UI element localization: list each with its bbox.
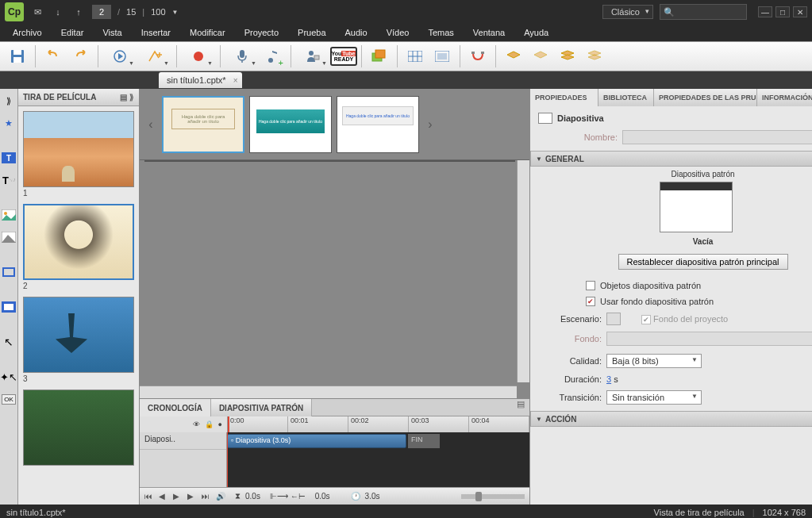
stage-scrollbar-h[interactable] [140,386,517,398]
tab-propiedades[interactable]: PROPIEDADES [530,89,598,106]
tl-audio-icon[interactable]: 🔊 [216,492,225,501]
svg-rect-17 [471,52,475,54]
upload-icon[interactable]: ↑ [71,6,86,17]
wand-tool-icon[interactable]: ✦↖ [0,368,17,386]
actor-button[interactable]: ▼ [296,44,329,68]
page-total: 15 [126,7,136,17]
calidad-dropdown[interactable]: Baja (8 bits) [606,354,702,368]
menu-vista[interactable]: Vista [94,25,129,40]
close-tab-icon[interactable]: × [233,76,238,85]
visibility-icon[interactable]: 👁 [193,420,200,428]
single-view-button[interactable] [429,44,455,68]
menu-archivo[interactable]: Archivo [5,25,50,40]
filmstrip-menu-icon[interactable]: ▤ ⟫ [120,93,134,102]
image2-tool-icon[interactable] [0,228,17,246]
publish-button[interactable]: ▼ [138,44,171,68]
name-input[interactable] [622,130,812,144]
escenario-swatch[interactable] [606,313,621,325]
zoom-value[interactable]: 100 [151,7,165,17]
tl-zoom-slider[interactable] [461,494,525,499]
template-next-icon[interactable]: › [424,117,437,132]
filmstrip-slide-3[interactable] [23,297,134,373]
filmstrip-slide-1[interactable] [23,111,134,187]
stage-canvas[interactable] [144,160,515,162]
undo-button[interactable] [40,44,66,68]
audio-note-button[interactable]: + [260,44,286,68]
expand-icon[interactable]: ⟫ [0,92,17,109]
document-tab[interactable]: sin título1.cptx*× [159,72,242,88]
minimize-button[interactable]: — [758,6,772,17]
chk-use-bg[interactable]: ✔ [586,297,595,306]
zoom-dropdown-icon[interactable]: ▼ [172,9,179,16]
layer-button-1[interactable] [501,44,526,68]
page-current-input[interactable] [92,5,111,19]
pointer-tool-icon[interactable]: ↖ [0,333,17,351]
menu-modificar[interactable]: Modificar [182,25,233,40]
workspace-dropdown[interactable]: Clásico [602,5,653,19]
layer-button-4[interactable] [582,44,607,68]
lock-icon[interactable]: 🔒 [205,420,214,428]
text-select-tool-icon[interactable]: T☜ [0,171,17,189]
download-icon[interactable]: ↓ [51,6,65,17]
search-input[interactable]: 🔍 [660,4,747,20]
template-thumb-2[interactable]: Haga doble clic para añadir un título [249,96,332,153]
template-thumb-1[interactable]: Haga doble clic para añadir un título [162,96,244,153]
tl-play-icon[interactable]: ▶ [173,492,183,501]
ok-button-tool-icon[interactable]: OK [0,390,17,408]
master-slide-thumb[interactable] [660,182,733,232]
template-prev-icon[interactable]: ‹ [144,117,157,132]
close-button[interactable]: ✕ [793,6,807,17]
layer-button-2[interactable] [528,44,553,68]
tab-diapositiva-patron[interactable]: DIAPOSITIVA PATRÓN [211,399,312,416]
redo-button[interactable] [67,44,93,68]
menu-ventana[interactable]: Ventana [465,25,513,40]
maximize-button[interactable]: □ [775,6,790,17]
mail-icon[interactable]: ✉ [30,6,44,17]
menu-ayuda[interactable]: Ayuda [516,25,556,40]
filmstrip-slide-2[interactable] [23,204,134,280]
menu-temas[interactable]: Temas [420,25,461,40]
slides-button[interactable] [367,44,392,68]
section-general[interactable]: GENERAL [530,151,812,167]
timeline-ruler[interactable]: 0:00 00:01 00:02 00:03 00:04 [227,416,529,432]
menu-audio[interactable]: Audio [337,25,375,40]
template-thumb-3[interactable]: Haga doble clic para añadir un título [337,96,419,153]
menu-video[interactable]: Vídeo [379,25,418,40]
reset-master-button[interactable]: Restablecer diapositiva patrón principal [618,254,788,270]
timeline-track-area[interactable]: ▫ Diapositiva (3.0s) FIN [227,432,529,487]
chk-objects[interactable] [586,281,595,290]
tl-next-icon[interactable]: ▶ [187,492,197,501]
filmstrip-slide-4[interactable] [23,389,134,466]
menu-insertar[interactable]: Insertar [133,25,179,40]
tab-prop-pruebas[interactable]: PROPIEDADES DE LAS PRUE [654,89,757,106]
timeline-track-label[interactable]: Diaposi.. [140,432,226,450]
star-tool-icon[interactable]: ★ [0,114,17,132]
menu-proyecto[interactable]: Proyecto [237,25,287,40]
menu-editar[interactable]: Editar [53,25,92,40]
tl-first-icon[interactable]: ⏮ [144,492,154,501]
tl-last-icon[interactable]: ⏭ [202,492,211,501]
menu-prueba[interactable]: Prueba [290,25,333,40]
text-tool-icon[interactable]: T [0,149,17,167]
tab-cronologia[interactable]: CRONOLOGÍA [140,399,211,416]
tab-info-proyecto[interactable]: INFORMACIÓN DEL PROYEC [757,89,812,106]
audio-mic-button[interactable]: ▼ [225,44,259,68]
section-accion[interactable]: ACCIÓN [530,411,812,427]
dot-icon[interactable]: ● [218,420,222,428]
stage-scrollbar-v[interactable] [517,160,529,382]
record-button[interactable]: ▼ [182,44,215,68]
image-tool-icon[interactable] [0,206,17,224]
tab-biblioteca[interactable]: BIBLIOTECA [598,89,654,106]
layer-button-3[interactable] [555,44,580,68]
tl-prev-icon[interactable]: ◀ [159,492,168,501]
transicion-dropdown[interactable]: Sin transición [606,390,702,405]
timeline-clip[interactable]: ▫ Diapositiva (3.0s) [227,434,406,448]
rect-tool-icon[interactable] [0,263,17,281]
grid-view-button[interactable] [402,44,428,68]
snap-button[interactable] [465,44,491,68]
save-button[interactable] [5,44,30,68]
youtube-button[interactable]: YouTubeREADY [331,44,356,68]
timeline-menu-icon[interactable]: ▤ [512,399,529,416]
preview-button[interactable]: ▼ [103,44,137,68]
slide-tool-icon[interactable] [0,298,17,316]
